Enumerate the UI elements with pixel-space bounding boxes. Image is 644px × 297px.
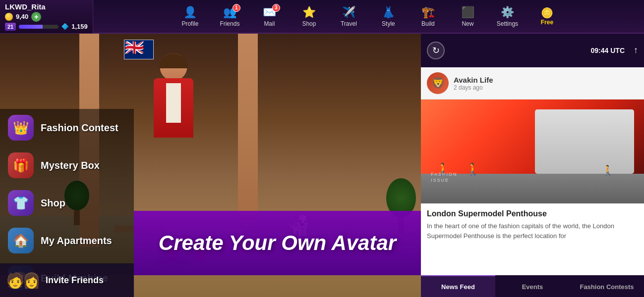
post-time: 2 days ago [454, 84, 493, 91]
tab-news-feed[interactable]: News Feed [421, 275, 495, 297]
news-text: In the heart of one of the fashion capit… [427, 221, 638, 241]
fashion-issue-badge: FASHIONISSUE [431, 171, 458, 184]
xp-bar [19, 25, 59, 29]
fashion-contest-label: Fashion Contest [41, 122, 118, 134]
nav-mail[interactable]: ✉️3 Mail [249, 0, 289, 33]
mystery-box-icon-wrap: 🎁 [8, 152, 34, 178]
menu-shop[interactable]: 👕 Shop [0, 184, 134, 222]
news-image: 🚶 🚶 🚶 FASHIONISSUE [421, 99, 644, 203]
post-meta: Avakin Life 2 days ago [454, 76, 493, 91]
apartments-icon: 🏠 [13, 233, 29, 248]
xp-fill [19, 25, 43, 29]
user-info-panel: LKWD_Rita 9,40 + 21 1,159 [0, 0, 93, 33]
apartments-icon-wrap: 🏠 [8, 228, 34, 253]
nav-build-label: Build [421, 20, 435, 27]
shop-icon-wrap: 👕 [8, 190, 34, 216]
person-2: 🚶 [466, 162, 480, 176]
gem-icon [61, 23, 68, 30]
settings-icon: ⚙️ [501, 6, 514, 19]
nav-free[interactable]: 🪙 Free [527, 0, 567, 33]
shop-icon: 👕 [13, 196, 29, 211]
build-icon: 🏗️ [421, 6, 435, 19]
upload-icon: ↑ [634, 45, 638, 55]
news-body: London Supermodel Penthouse In the heart… [421, 203, 644, 247]
travel-icon: ✈️ [342, 6, 355, 19]
invite-avatars: 🧑 👩 [6, 272, 41, 289]
coin-icon [5, 13, 13, 21]
shop-star-icon: ⭐ [302, 6, 316, 19]
nav-profile-label: Profile [181, 20, 198, 27]
tab-fashion-contests-label: Fashion Contests [580, 283, 634, 291]
shop-label: Shop [41, 198, 65, 209]
news-post: 🦁 Avakin Life 2 days ago 🚶 🚶 🚶 FASHIONIS… [421, 67, 644, 297]
top-navigation: LKWD_Rita 9,40 + 21 1,159 👤 Profile 👥1 F… [0, 0, 644, 34]
nav-new-label: New [462, 20, 473, 27]
fashion-contest-icon: 👑 [13, 120, 29, 136]
nav-mail-label: Mail [264, 20, 275, 27]
nav-style-label: Style [382, 20, 395, 27]
nav-friends[interactable]: 👥1 Friends [210, 0, 249, 33]
fashion-contest-icon-wrap: 👑 [8, 115, 34, 141]
menu-my-apartments[interactable]: 🏠 My Apartments [0, 222, 134, 259]
news-header: ↻ 09:44 UTC ↑ [421, 34, 644, 67]
invite-friends-label: Invite Friends [46, 275, 104, 286]
nav-new[interactable]: ⬛ New [448, 0, 487, 33]
nav-shop-label: Shop [302, 20, 316, 27]
coins-row: 9,40 + [5, 12, 41, 22]
gem-value: 1,159 [71, 23, 88, 30]
friends-icon: 👥1 [223, 6, 236, 19]
cta-text: Create Your Own Avatar [159, 231, 396, 255]
nav-build[interactable]: 🏗️ Build [408, 0, 448, 33]
person-3: 🚶 [602, 164, 614, 176]
gems-row: 21 1,159 [5, 23, 88, 31]
style-icon: 👗 [382, 6, 395, 19]
nav-settings[interactable]: ⚙️ Settings [487, 0, 527, 33]
friends-badge: 1 [233, 4, 240, 12]
coin-value: 9,40 [16, 13, 28, 20]
invite-avatar-2: 👩 [22, 272, 41, 289]
right-panel: ↻ 09:44 UTC ↑ 🦁 Avakin Life 2 days ago 🚶… [421, 34, 644, 297]
nav-shop[interactable]: ⭐ Shop [289, 0, 329, 33]
post-header: 🦁 Avakin Life 2 days ago [421, 67, 644, 99]
mail-icon: ✉️3 [263, 6, 276, 19]
left-menu: 👑 Fashion Contest 🎁 Mystery Box 👕 Shop 🏠… [0, 34, 134, 297]
nav-friends-label: Friends [220, 20, 239, 27]
menu-fashion-contest[interactable]: 👑 Fashion Contest [0, 109, 134, 147]
profile-icon: 👤 [183, 6, 197, 19]
apartments-label: My Apartments [41, 235, 112, 247]
cta-banner: Create Your Own Avatar [134, 211, 421, 275]
nav-travel-label: Travel [341, 20, 357, 27]
avakin-logo: 🦁 [427, 72, 449, 94]
nav-profile[interactable]: 👤 Profile [170, 0, 210, 33]
add-coins-button[interactable]: + [31, 12, 41, 22]
nav-style[interactable]: 👗 Style [368, 0, 408, 33]
invite-avatar-1: 🧑 [6, 272, 24, 289]
tab-events-label: Events [522, 283, 543, 291]
tab-news-feed-label: News Feed [441, 283, 475, 291]
penthouse-building [535, 109, 634, 174]
free-label: Free [541, 19, 553, 26]
username: LKWD_Rita [5, 2, 46, 11]
new-icon: ⬛ [461, 6, 474, 19]
nav-settings-label: Settings [497, 20, 518, 27]
news-title: London Supermodel Penthouse [427, 209, 638, 218]
penthouse-bg: 🚶 🚶 🚶 [421, 99, 644, 203]
invite-section[interactable]: 🧑 👩 Invite Friends [0, 263, 134, 297]
time-display: 09:44 UTC [591, 47, 625, 54]
mystery-box-label: Mystery Box [41, 160, 100, 171]
free-coins-icon: 🪙 [541, 7, 553, 19]
nav-travel[interactable]: ✈️ Travel [329, 0, 368, 33]
post-author: Avakin Life [454, 76, 493, 84]
menu-mystery-box[interactable]: 🎁 Mystery Box [0, 147, 134, 184]
nav-items: 👤 Profile 👥1 Friends ✉️3 Mail ⭐ Shop ✈️ … [93, 0, 644, 33]
tab-fashion-contests[interactable]: Fashion Contests [570, 275, 644, 297]
tab-events[interactable]: Events [495, 275, 570, 297]
right-tabs: News Feed Events Fashion Contests [421, 275, 644, 297]
mystery-box-icon: 🎁 [13, 158, 29, 173]
refresh-button[interactable]: ↻ [427, 42, 445, 59]
mail-badge: 3 [272, 4, 280, 12]
level-badge: 21 [5, 23, 16, 31]
